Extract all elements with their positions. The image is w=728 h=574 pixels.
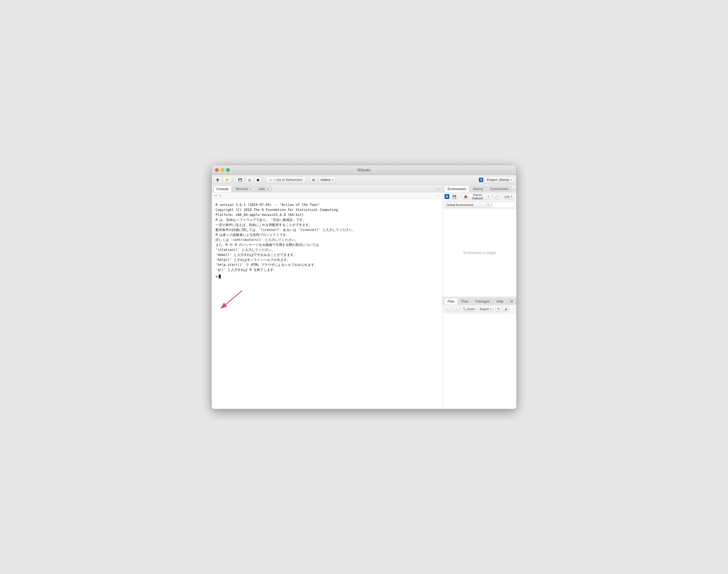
project-button[interactable]: Project: (None) ▼ [484,176,515,183]
console-output-line2: Copyright (C) 2019 The R Foundation for … [216,207,439,212]
arrow-annotation [220,288,248,317]
import-dataset-label: Import Dataset [469,193,486,200]
brush-icon: 🖌 [505,307,508,311]
env-save-button[interactable]: 💾 [451,194,458,200]
console-output-line5: R は、自由なソフトウェアであり、「完全に無保証」です。 [216,217,439,222]
env-broom-button[interactable]: 🧹 [493,194,501,200]
minimize-button[interactable] [221,168,224,172]
connections-tab-label: Connections [490,187,509,191]
plots-remove-button[interactable]: ✕ [495,306,502,312]
project-label: Project: (None) [487,178,509,182]
env-toolbar: R 💾 📥 Import Dataset ▼ 🧹 L [443,192,516,201]
zoom-label: Zoom [467,307,475,311]
addins-label: Addins [320,178,331,182]
save-icon: 💾 [238,178,242,182]
tab-connections[interactable]: Connections [487,186,512,192]
files-tab-bar: Files Plots Packages Help Vi — [443,297,516,305]
jobs-close-icon[interactable]: ✕ [267,188,269,191]
console-path: ~/ [214,194,217,198]
addins-chevron-icon: ▼ [331,178,334,181]
terminal-tab-label: Terminal [235,187,248,191]
annotation-arrow-svg [220,288,248,316]
console-tab-bar-right: — [435,187,441,192]
env-empty-text: Environment is empty [464,251,496,255]
plots-brush-button[interactable]: 🖌 [503,306,510,312]
console-output-line10: 詳しくは 'contributors()' と入力してください。 [216,237,439,242]
go-to-file-icon: ⇢ [269,178,271,182]
plots-tab-label: Plots [461,299,469,303]
tab-environment[interactable]: Environment [444,186,469,192]
env-tab-bar-right: — □ [512,187,516,192]
environment-panel: Environment History Connections — □ R [443,184,516,297]
right-pane: Environment History Connections — □ R [443,184,516,409]
window-controls [215,168,230,172]
history-tab-label: History [473,187,483,191]
tab-packages[interactable]: Packages [472,298,493,304]
console-tab-bar: Console Terminal ✕ Jobs ✕ — [212,184,442,192]
tab-viewer[interactable]: Vi [507,298,516,304]
files-tab-label: Files [447,299,455,303]
files-panel: Files Plots Packages Help Vi — [443,297,516,409]
help-tab-label: Help [497,299,504,303]
extra-button[interactable]: ◼ [254,176,262,183]
plots-back-button[interactable]: ← [444,306,452,312]
jobs-tab-label: Jobs [258,187,265,191]
tab-files[interactable]: Files [444,298,458,304]
main-toolbar: ➕ 📂 💾 🖨 ◼ ⇢ ⇢ Go to file/function ⊞ Addi… [212,175,516,184]
separator3 [308,177,308,182]
packages-tab-label: Packages [475,299,490,303]
tab-help[interactable]: Help [494,298,507,304]
grid-button[interactable]: ⊞ [310,176,317,183]
console-cursor [219,275,221,278]
console-prompt-line: > [216,275,439,280]
console-output-line11: また、R や R のパッケージを出版物で引用する際の形式については [216,242,439,247]
separator1 [233,177,234,182]
titlebar: RStudio [212,165,516,175]
r-project-icon: R [479,178,483,182]
remove-icon: ✕ [497,307,500,311]
env-minimize-button[interactable]: — [512,187,516,192]
console-minimize-button[interactable]: — [435,187,441,191]
env-r-icon: R [444,194,449,199]
console-output-line14: 'demo()' と入力すればデモをみることができます。 [216,252,439,257]
tab-plots[interactable]: Plots [458,298,472,304]
list-chevron-icon: ▼ [510,195,513,198]
go-to-file-label: ⇢ Go to file/function [273,178,303,182]
grid-icon: ⊞ [312,178,315,182]
console-content[interactable]: R version 3.6.1 (2019-07-05) -- "Action … [212,199,442,409]
open-file-button[interactable]: 📂 [223,176,232,183]
environment-tab-label: Environment [447,187,466,191]
console-output-line16: 'help.start()' で HTML ブラウザによるヘルプがみられます。 [216,262,439,267]
open-icon: 📂 [225,178,229,182]
env-broom-icon: 🧹 [495,195,499,199]
list-button[interactable]: List ▼ [503,194,515,200]
project-chevron-icon: ▼ [510,178,512,181]
console-header: ~/ ⇒ ↑ [212,192,442,199]
close-button[interactable] [215,168,219,172]
plots-export-button[interactable]: Export ▼ [478,306,494,312]
tab-console[interactable]: Console [213,186,232,192]
env-search-input[interactable] [493,202,515,208]
import-dataset-chevron-icon: ▼ [487,195,490,198]
print-button[interactable]: 🖨 [246,176,253,183]
env-tab-bar: Environment History Connections — □ [443,184,516,192]
console-output-line15: 'help()' とすればオンラインヘルプが出ます。 [216,257,439,262]
console-action-button[interactable]: ↑ [437,194,440,198]
new-file-button[interactable]: ➕ [213,176,222,183]
plots-zoom-button[interactable]: 🔍 Zoom [461,306,477,312]
plots-forward-button[interactable]: → [453,306,460,312]
global-env-dropdown[interactable]: Global Environment ▼ [444,202,491,208]
import-dataset-button[interactable]: 📥 Import Dataset ▼ [462,194,491,200]
window-title: RStudio [358,168,370,172]
console-output-line6: 一定の条件に従えば、自由にこれを再配布することができます。 [216,222,439,227]
tab-terminal[interactable]: Terminal ✕ [232,186,254,192]
tab-jobs[interactable]: Jobs ✕ [255,186,271,192]
print-icon: 🖨 [248,178,251,182]
save-button[interactable]: 💾 [236,176,245,183]
terminal-close-icon[interactable]: ✕ [249,188,251,191]
addins-button[interactable]: Addins ▼ [318,176,336,183]
rstudio-window: RStudio ➕ 📂 💾 🖨 ◼ ⇢ ⇢ Go to file/functio… [211,165,517,409]
go-to-file-button[interactable]: ⇢ ⇢ Go to file/function [266,176,306,183]
maximize-button[interactable] [226,168,230,172]
tab-history[interactable]: History [470,186,486,192]
